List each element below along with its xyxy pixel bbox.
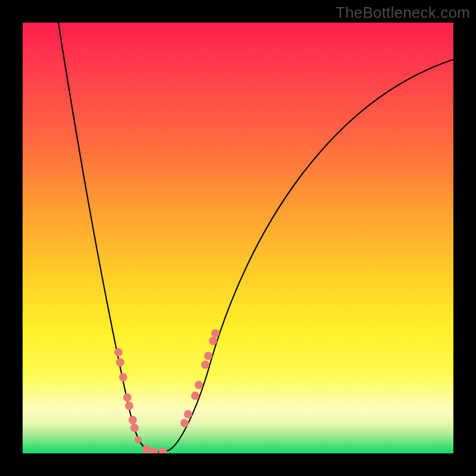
data-dot (130, 424, 139, 432)
data-dot (119, 373, 127, 381)
dot-layer (114, 329, 220, 453)
data-dot (159, 447, 167, 453)
data-dot (184, 410, 192, 418)
data-dot (129, 416, 137, 424)
data-dot (114, 348, 123, 356)
watermark-text: TheBottleneck.com (336, 4, 470, 22)
data-dot (201, 361, 209, 369)
plot-area (23, 23, 453, 453)
data-dot (123, 393, 131, 402)
bottleneck-curve (58, 23, 453, 452)
data-dot (134, 436, 142, 443)
data-dot (211, 329, 220, 337)
data-dot (209, 337, 217, 345)
data-dot (195, 381, 203, 389)
data-dot (191, 392, 199, 400)
data-dot (204, 352, 212, 360)
outer-frame: TheBottleneck.com (0, 0, 476, 476)
data-dot (125, 402, 133, 410)
data-dot (180, 419, 189, 427)
data-dot (142, 445, 151, 453)
data-dot (116, 358, 124, 367)
data-dot (150, 447, 158, 453)
chart-svg (23, 23, 453, 453)
